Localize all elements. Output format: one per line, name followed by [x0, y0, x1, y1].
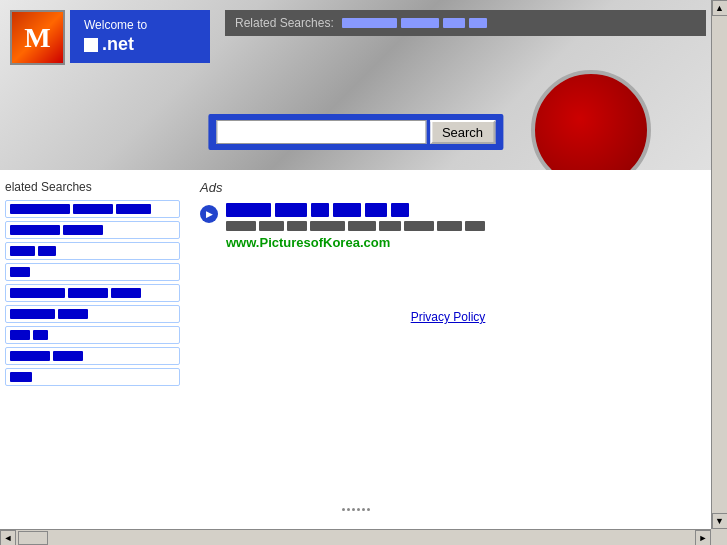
sidebar-block	[68, 288, 108, 298]
dot	[342, 508, 345, 511]
dot	[347, 508, 350, 511]
ad-title-block-5	[365, 203, 387, 217]
scroll-left-icon: ◄	[4, 533, 13, 543]
dot	[362, 508, 365, 511]
scroll-down-icon: ▼	[715, 516, 724, 526]
sidebar-block	[10, 225, 60, 235]
welcome-text: Welcome to	[84, 18, 196, 32]
related-block-4[interactable]	[469, 18, 487, 28]
ad-desc-block	[287, 221, 307, 231]
ad-desc-block	[226, 221, 256, 231]
sidebar-block	[10, 372, 32, 382]
related-block-3[interactable]	[443, 18, 465, 28]
ad-url[interactable]: www.PicturesofKorea.com	[226, 235, 390, 250]
ad-title-block-4	[333, 203, 361, 217]
domain-text: .net	[84, 34, 196, 55]
ad-arrow-icon	[200, 205, 218, 223]
sidebar-block	[10, 204, 70, 214]
scroll-track-vertical	[712, 16, 727, 513]
ad-title-block-3	[311, 203, 329, 217]
sidebar-block	[10, 267, 30, 277]
content-right: Ads	[185, 170, 711, 399]
scroll-down-button[interactable]: ▼	[712, 513, 728, 529]
search-button[interactable]: Search	[430, 120, 495, 144]
sidebar-block	[10, 351, 50, 361]
dot	[357, 508, 360, 511]
dot	[352, 508, 355, 511]
sidebar-block	[38, 246, 56, 256]
ad-desc-block	[379, 221, 401, 231]
sidebar-item-8[interactable]	[5, 347, 180, 365]
sidebar-item-7[interactable]	[5, 326, 180, 344]
sidebar-block	[73, 204, 113, 214]
ad-desc-blocks	[226, 221, 485, 231]
sidebar: elated Searches	[0, 170, 185, 399]
sidebar-item-5[interactable]	[5, 284, 180, 302]
related-search-blocks	[342, 18, 487, 28]
domain-square-icon	[84, 38, 98, 52]
ad-desc-block	[259, 221, 284, 231]
ad-desc-block	[404, 221, 434, 231]
scroll-left-button[interactable]: ◄	[0, 530, 16, 546]
scroll-right-button[interactable]: ►	[695, 530, 711, 546]
body-area: elated Searches	[0, 170, 711, 399]
bottom-dots	[342, 508, 370, 511]
sidebar-block	[33, 330, 48, 340]
search-bar: Search	[208, 114, 503, 150]
scroll-up-button[interactable]: ▲	[712, 0, 728, 16]
scroll-thumb-horizontal[interactable]	[18, 531, 48, 545]
dot	[367, 508, 370, 511]
sidebar-item-2[interactable]	[5, 221, 180, 239]
search-input[interactable]	[216, 120, 426, 144]
scroll-up-icon: ▲	[715, 3, 724, 13]
sidebar-item-6[interactable]	[5, 305, 180, 323]
sidebar-block	[10, 288, 65, 298]
ad-desc-block	[437, 221, 462, 231]
sidebar-title: elated Searches	[5, 180, 180, 194]
related-searches-bar: Related Searches:	[225, 10, 706, 36]
sidebar-block	[10, 330, 30, 340]
scroll-right-icon: ►	[699, 533, 708, 543]
main-content: M Welcome to .net Related Searches: Sear…	[0, 0, 711, 529]
ad-title-block-1	[226, 203, 271, 217]
sidebar-item-3[interactable]	[5, 242, 180, 260]
sidebar-block	[53, 351, 83, 361]
related-searches-label: Related Searches:	[235, 16, 334, 30]
domain-label: .net	[102, 34, 134, 55]
sidebar-block	[10, 246, 35, 256]
logo-box: M	[10, 10, 65, 65]
ad-desc-block	[348, 221, 376, 231]
logo-letter: M	[24, 22, 50, 54]
header: M Welcome to .net Related Searches: Sear…	[0, 0, 711, 170]
ad-content: www.PicturesofKorea.com	[226, 203, 485, 250]
sidebar-block	[10, 309, 55, 319]
ad-title-block-6	[391, 203, 409, 217]
scrollbar-corner	[711, 529, 727, 545]
sidebar-item-9[interactable]	[5, 368, 180, 386]
related-block-2[interactable]	[401, 18, 439, 28]
privacy-policy-link[interactable]: Privacy Policy	[200, 310, 696, 324]
sidebar-block	[58, 309, 88, 319]
ad-desc-block	[465, 221, 485, 231]
sidebar-item-4[interactable]	[5, 263, 180, 281]
ad-title-block-2	[275, 203, 307, 217]
sidebar-block	[116, 204, 151, 214]
sidebar-block	[111, 288, 141, 298]
horizontal-scrollbar[interactable]: ◄ ►	[0, 529, 711, 545]
ad-desc-block	[310, 221, 345, 231]
related-block-1[interactable]	[342, 18, 397, 28]
sidebar-block	[63, 225, 103, 235]
ads-label: Ads	[200, 180, 696, 195]
sidebar-item-1[interactable]	[5, 200, 180, 218]
ad-title-blocks[interactable]	[226, 203, 485, 217]
welcome-banner: Welcome to .net	[70, 10, 210, 63]
ad-item-1: www.PicturesofKorea.com	[200, 203, 696, 250]
vertical-scrollbar[interactable]: ▲ ▼	[711, 0, 727, 529]
